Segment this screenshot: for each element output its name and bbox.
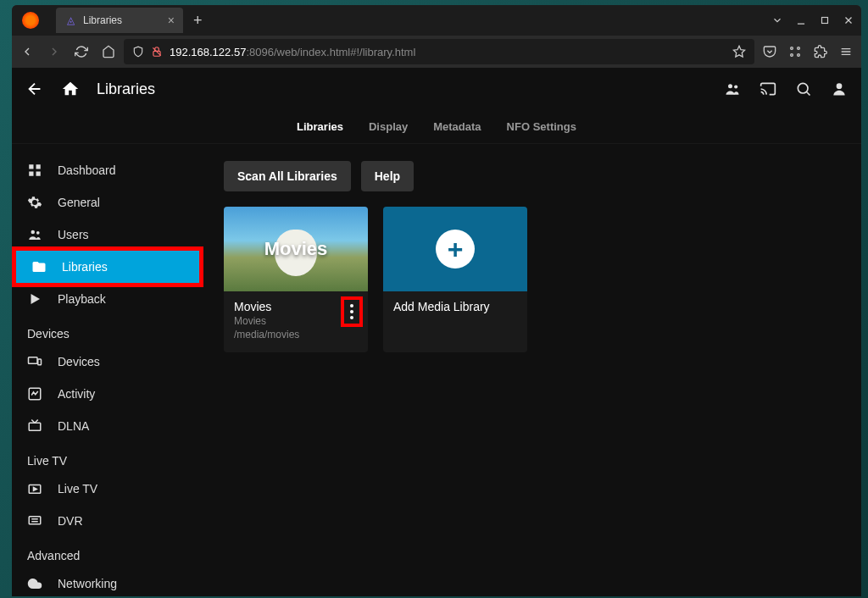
- jellyfin-favicon-icon: ◬: [64, 14, 76, 26]
- bookmark-star-icon[interactable]: [732, 45, 746, 58]
- sidebar-item-label: Networking: [58, 577, 117, 590]
- svg-marker-33: [34, 488, 37, 491]
- search-icon[interactable]: [795, 80, 812, 97]
- maximize-icon[interactable]: [819, 14, 831, 26]
- svg-rect-23: [29, 172, 33, 176]
- insecure-lock-icon: [151, 46, 163, 58]
- reload-icon[interactable]: [75, 45, 88, 58]
- chevron-down-icon[interactable]: [771, 14, 783, 26]
- dashboard-icon: [27, 163, 42, 178]
- svg-point-9: [791, 54, 793, 57]
- cast-icon[interactable]: [760, 80, 776, 97]
- sidebar-item-networking[interactable]: Networking: [12, 568, 203, 596]
- livetv-icon: [27, 481, 42, 496]
- app-tabs: Libraries Display Metadata NFO Settings: [12, 110, 861, 144]
- svg-point-20: [837, 83, 843, 89]
- add-library-thumbnail: +: [383, 207, 527, 291]
- add-library-card[interactable]: + Add Media Library: [383, 207, 527, 352]
- jellyfin-app: Libraries Libraries Display Metadata NFO…: [12, 68, 861, 596]
- sidebar-group-advanced: Advanced: [12, 537, 203, 568]
- users-icon: [27, 227, 42, 242]
- minimize-icon[interactable]: [795, 14, 807, 26]
- url-text: 192.168.122.57:8096/web/index.html#!/lib…: [170, 46, 415, 58]
- new-tab-button[interactable]: +: [193, 12, 203, 30]
- sidebar-item-label: Dashboard: [58, 163, 116, 177]
- sidebar-item-label: Libraries: [62, 260, 108, 274]
- app-back-icon[interactable]: [25, 80, 44, 98]
- svg-rect-1: [822, 18, 828, 24]
- page-title: Libraries: [97, 80, 155, 98]
- firefox-logo-icon: [22, 12, 39, 29]
- dvr-icon: [27, 513, 42, 529]
- users-icon[interactable]: [724, 80, 741, 97]
- svg-rect-29: [38, 359, 42, 365]
- sidebar-group-devices: Devices: [12, 315, 203, 346]
- sidebar-item-playback[interactable]: Playback: [12, 283, 203, 315]
- pocket-icon[interactable]: [763, 45, 776, 58]
- sidebar-item-livetv[interactable]: Live TV: [12, 473, 203, 505]
- svg-rect-24: [36, 172, 41, 176]
- svg-rect-28: [29, 357, 38, 364]
- library-type: Movies: [234, 315, 358, 327]
- sidebar-group-livetv: Live TV: [12, 442, 203, 473]
- sidebar-item-dlna[interactable]: DLNA: [12, 410, 203, 442]
- nav-forward-icon[interactable]: [47, 45, 61, 58]
- sidebar-item-label: Playback: [58, 292, 106, 306]
- library-title: Movies: [234, 300, 358, 313]
- sidebar-item-label: DVR: [58, 514, 83, 528]
- browser-tab[interactable]: ◬ Libraries ×: [56, 8, 183, 33]
- app-home-icon[interactable]: [61, 80, 80, 98]
- user-profile-icon[interactable]: [831, 80, 848, 97]
- library-card-movies[interactable]: Movies Movies Movies /media/movies: [224, 207, 368, 352]
- sidebar-item-label: Activity: [58, 387, 95, 401]
- svg-point-25: [31, 230, 36, 235]
- sidebar-item-dashboard[interactable]: Dashboard: [12, 154, 203, 186]
- svg-point-18: [798, 83, 808, 93]
- play-icon: [27, 291, 42, 307]
- sidebar-item-label: General: [58, 196, 100, 209]
- scan-all-button[interactable]: Scan All Libraries: [224, 161, 351, 191]
- content-area: Scan All Libraries Help Movies Movies Mo…: [203, 144, 861, 596]
- browser-window: ◬ Libraries × + 192.168.122.57:8096/web/…: [12, 5, 861, 596]
- address-bar: 192.168.122.57:8096/web/index.html#!/lib…: [12, 36, 861, 68]
- nav-back-icon[interactable]: [20, 45, 34, 58]
- extensions-icon[interactable]: [788, 45, 802, 58]
- sidebar-item-activity[interactable]: Activity: [12, 378, 203, 410]
- sidebar-item-dvr[interactable]: DVR: [12, 505, 203, 537]
- svg-point-16: [734, 85, 737, 88]
- svg-point-7: [791, 47, 793, 50]
- devices-icon: [27, 354, 42, 369]
- svg-marker-27: [31, 294, 41, 304]
- home-icon[interactable]: [102, 45, 115, 58]
- hamburger-icon[interactable]: [839, 45, 853, 58]
- svg-rect-31: [29, 423, 41, 430]
- tab-display[interactable]: Display: [369, 120, 408, 133]
- folder-icon: [31, 259, 47, 274]
- sidebar-item-devices[interactable]: Devices: [12, 346, 203, 378]
- svg-rect-34: [29, 517, 41, 524]
- close-window-icon[interactable]: [843, 14, 854, 26]
- sidebar-item-label: DLNA: [58, 419, 89, 433]
- annotation-highlight: Libraries: [12, 246, 203, 287]
- sidebar-item-general[interactable]: General: [12, 186, 203, 219]
- library-more-button[interactable]: [341, 296, 363, 327]
- tab-title: Libraries: [83, 14, 122, 26]
- plus-icon: +: [436, 230, 475, 269]
- sidebar-item-libraries[interactable]: Libraries: [16, 251, 199, 283]
- svg-line-19: [807, 92, 810, 96]
- more-vert-icon: [350, 304, 353, 319]
- gear-icon: [27, 195, 42, 210]
- svg-point-8: [798, 47, 800, 50]
- close-tab-icon[interactable]: ×: [168, 14, 175, 27]
- url-field[interactable]: 192.168.122.57:8096/web/index.html#!/lib…: [124, 39, 754, 64]
- addons-icon[interactable]: [814, 45, 827, 58]
- sidebar-item-label: Users: [58, 228, 89, 241]
- svg-point-15: [728, 84, 732, 88]
- tab-metadata[interactable]: Metadata: [433, 120, 481, 133]
- svg-point-10: [798, 54, 800, 57]
- app-header: Libraries: [12, 68, 861, 110]
- help-button[interactable]: Help: [361, 161, 414, 191]
- tab-libraries[interactable]: Libraries: [297, 120, 343, 133]
- activity-icon: [27, 386, 42, 401]
- tab-nfo-settings[interactable]: NFO Settings: [507, 120, 576, 133]
